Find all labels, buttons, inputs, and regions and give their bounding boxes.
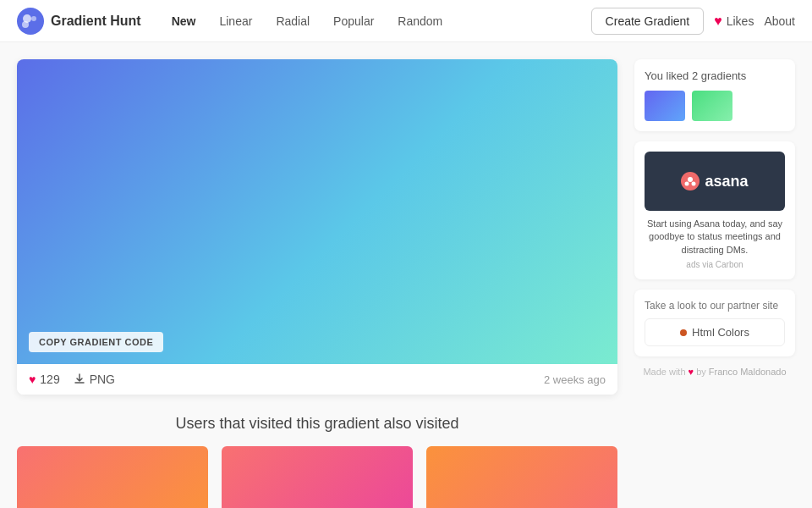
gradient-timestamp: 2 weeks ago [544, 373, 606, 386]
html-colors-dot-icon [680, 329, 687, 336]
logo-text: Gradient Hunt [51, 14, 141, 29]
html-colors-button[interactable]: Html Colors [645, 318, 785, 346]
you-liked-section: You liked 2 gradients [634, 59, 795, 131]
main-container: COPY GRADIENT CODE ♥ 129 PNG 2 weeks ago… [0, 42, 812, 508]
footer-text: Made with ♥ by Franco Maldonado [634, 367, 795, 377]
copy-gradient-button[interactable]: COPY GRADIENT CODE [29, 332, 163, 352]
likes-label: Likes [727, 14, 754, 28]
header: Gradient Hunt New Linear Radial Popular … [0, 0, 812, 42]
partner-section: Take a look to our partner site Html Col… [634, 290, 795, 356]
create-gradient-button[interactable]: Create Gradient [591, 8, 705, 35]
download-png-button[interactable]: PNG [74, 373, 115, 386]
svg-point-4 [688, 177, 693, 182]
liked-swatch-1[interactable] [692, 91, 732, 121]
likes-button[interactable]: ♥ Likes [714, 14, 754, 29]
mini-gradient-2[interactable] [426, 446, 617, 508]
footer-author-link[interactable]: Franco Maldonado [709, 367, 787, 377]
asana-logo: asana [681, 172, 748, 190]
ad-via: ads via Carbon [645, 260, 785, 269]
left-column: COPY GRADIENT CODE ♥ 129 PNG 2 weeks ago… [17, 59, 617, 508]
footer-made-with: Made with [643, 367, 685, 377]
you-liked-title: You liked 2 gradients [645, 69, 785, 82]
gradient-display[interactable]: COPY GRADIENT CODE [17, 59, 617, 364]
download-icon [74, 373, 85, 385]
nav-radial[interactable]: Radial [266, 9, 320, 33]
heart-footer-icon: ♥ [689, 367, 694, 377]
like-count: 129 [40, 373, 59, 386]
ad-image[interactable]: asana [645, 152, 785, 211]
header-right: Create Gradient ♥ Likes About [591, 8, 795, 35]
liked-swatch-0[interactable] [645, 91, 685, 121]
gradient-footer: ♥ 129 PNG 2 weeks ago [17, 364, 617, 395]
nav-popular[interactable]: Popular [323, 9, 384, 33]
nav-random[interactable]: Random [387, 9, 453, 33]
ad-card: asana Start using Asana today, and say g… [634, 141, 795, 279]
partner-title: Take a look to our partner site [645, 300, 785, 312]
logo[interactable]: Gradient Hunt [17, 8, 141, 35]
svg-point-3 [22, 21, 29, 28]
main-nav: New Linear Radial Popular Random [162, 9, 453, 33]
asana-icon [681, 172, 700, 190]
heart-icon: ♥ [714, 14, 722, 29]
about-link[interactable]: About [764, 14, 795, 28]
nav-linear[interactable]: Linear [209, 9, 262, 33]
html-colors-label: Html Colors [692, 326, 749, 339]
logo-icon [17, 8, 44, 35]
svg-point-6 [692, 182, 696, 186]
gradient-card: COPY GRADIENT CODE ♥ 129 PNG 2 weeks ago [17, 59, 617, 395]
asana-text: asana [705, 173, 748, 190]
svg-point-2 [31, 16, 36, 21]
nav-new[interactable]: New [162, 9, 206, 33]
like-heart-icon: ♥ [29, 373, 36, 386]
also-visited-title: Users that visited this gradient also vi… [17, 415, 617, 433]
right-sidebar: You liked 2 gradients asana [634, 59, 795, 508]
download-label: PNG [90, 373, 115, 386]
gradient-likes: ♥ 129 [29, 373, 60, 386]
mini-gradient-0[interactable] [17, 446, 208, 508]
also-visited-grid [17, 446, 617, 508]
liked-gradients [645, 91, 785, 121]
svg-point-5 [685, 182, 689, 186]
mini-gradient-1[interactable] [222, 446, 413, 508]
ad-text: Start using Asana today, and say goodbye… [645, 218, 785, 257]
